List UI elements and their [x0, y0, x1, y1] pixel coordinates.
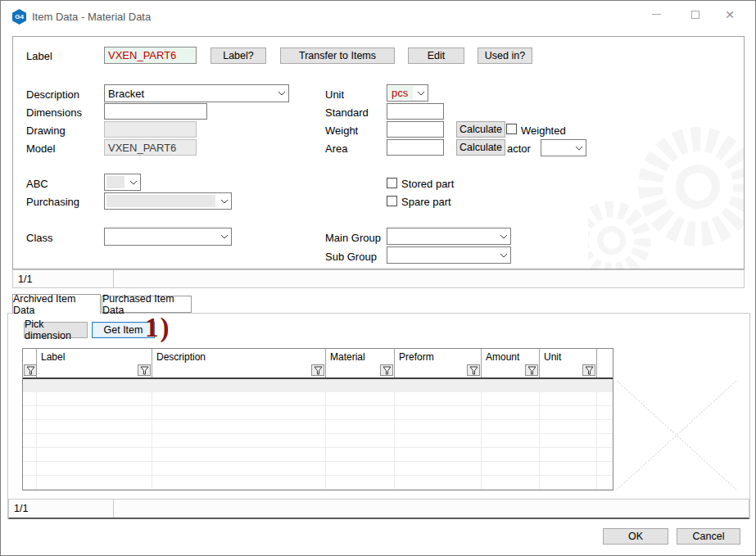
maximize-button[interactable]	[681, 3, 709, 25]
empty-region-cross	[617, 381, 736, 490]
item-data-dialog: G4 Item Data - Material Data ✕ Label VXE…	[0, 0, 756, 556]
transfer-to-items-button[interactable]: Transfer to Items	[280, 47, 395, 64]
standard-label: Standard	[325, 106, 369, 119]
calculate-weight-button[interactable]: Calculate	[456, 121, 505, 138]
dimensions-input[interactable]	[104, 103, 207, 120]
abc-label: ABC	[26, 178, 48, 190]
table-record-status-bar: 1/1	[8, 499, 749, 519]
chevron-down-icon	[496, 247, 510, 263]
chevron-down-icon	[217, 228, 231, 245]
column-title: Preform	[399, 351, 434, 363]
chevron-down-icon	[126, 174, 140, 190]
cancel-button[interactable]: Cancel	[677, 528, 740, 545]
minimize-button[interactable]	[642, 3, 670, 25]
header-material[interactable]: Material	[326, 349, 395, 377]
tab-archived-item-data[interactable]: Archived Item Data	[12, 294, 101, 314]
purchasing-combobox[interactable]	[104, 192, 232, 210]
model-label: Model	[26, 142, 55, 155]
divider	[113, 270, 114, 287]
record-status-bar: 1/1	[12, 269, 745, 288]
table-empty-row	[23, 462, 613, 476]
header-preform[interactable]: Preform	[395, 349, 482, 377]
table-empty-row	[23, 448, 613, 462]
table-empty-row	[23, 406, 613, 420]
unit-combobox[interactable]: pcs	[387, 84, 428, 102]
annotation-1: 1)	[145, 314, 171, 341]
unit-label: Unit	[325, 88, 344, 101]
column-title: Unit	[544, 351, 561, 363]
gear-watermark	[588, 86, 745, 269]
used-in-button[interactable]: Used in?	[478, 47, 532, 64]
drawing-input	[104, 121, 197, 138]
main-group-combobox[interactable]	[387, 228, 511, 245]
header-amount[interactable]: Amount	[482, 349, 540, 377]
description-value: Bracket	[105, 85, 274, 102]
header-unit[interactable]: Unit	[540, 349, 597, 377]
filter-button[interactable]	[311, 364, 324, 376]
ok-button[interactable]: OK	[603, 528, 668, 545]
edit-button[interactable]: Edit	[408, 47, 464, 64]
tab-purchased-item-data[interactable]: Purchased Item Data	[102, 296, 192, 313]
weighted-checkbox-label: Weighted	[521, 124, 566, 137]
table-header: Label Description Material Preform Amoun…	[23, 349, 613, 379]
filter-button[interactable]	[138, 364, 151, 376]
filter-button[interactable]	[525, 364, 538, 376]
filter-button[interactable]	[24, 364, 37, 376]
filter-funnel-icon	[383, 366, 392, 375]
pick-dimension-button[interactable]: Pick dimension	[24, 322, 88, 338]
factor-combobox[interactable]	[541, 139, 586, 156]
model-input: VXEN_PART6	[104, 139, 197, 156]
weight-input[interactable]	[387, 121, 444, 138]
header-description[interactable]: Description	[152, 349, 326, 377]
area-input[interactable]	[387, 139, 444, 156]
sub-group-value	[387, 247, 496, 263]
purchasing-label: Purchasing	[26, 196, 79, 208]
chevron-down-icon	[414, 85, 428, 101]
spare-part-checkbox[interactable]	[387, 196, 397, 206]
stored-part-label: Stored part	[401, 178, 454, 190]
chevron-down-icon	[217, 193, 231, 209]
sub-group-combobox[interactable]	[387, 246, 511, 264]
chevron-down-icon	[496, 228, 510, 244]
table-record-count: 1/1	[14, 503, 28, 514]
chevron-down-icon	[274, 85, 288, 102]
material-data-form: Label VXEN_PART6 Label? Transfer to Item…	[12, 36, 745, 269]
separator	[24, 343, 742, 344]
dimensions-label: Dimensions	[26, 106, 82, 119]
window-title: Item Data - Material Data	[32, 11, 151, 23]
filter-button[interactable]	[582, 364, 595, 376]
factor-value	[541, 140, 572, 156]
unit-value: pcs	[388, 86, 413, 100]
label-question-button[interactable]: Label?	[211, 47, 266, 64]
filter-button[interactable]	[467, 364, 480, 376]
factor-label: actor	[507, 142, 531, 155]
class-value	[105, 228, 217, 245]
archived-items-table: Label Description Material Preform Amoun…	[22, 348, 613, 490]
class-combobox[interactable]	[104, 228, 232, 246]
filter-funnel-icon	[527, 366, 536, 375]
chevron-down-icon	[572, 140, 586, 156]
class-label: Class	[26, 232, 53, 244]
standard-input[interactable]	[387, 103, 444, 120]
column-title: Description	[156, 351, 206, 363]
label-input[interactable]: VXEN_PART6	[104, 47, 197, 64]
sub-group-label: Sub Group	[325, 251, 377, 263]
description-combobox[interactable]: Bracket	[104, 84, 289, 102]
separator	[26, 216, 584, 217]
weight-label: Weight	[325, 124, 358, 137]
filter-funnel-icon	[314, 366, 323, 375]
table-empty-row	[23, 476, 613, 490]
weighted-checkbox[interactable]	[506, 124, 517, 134]
abc-combobox[interactable]	[104, 174, 141, 191]
column-title: Label	[41, 351, 65, 363]
purchasing-value	[106, 195, 215, 207]
header-label[interactable]: Label	[37, 349, 152, 377]
calculate-area-button[interactable]: Calculate	[456, 139, 505, 156]
table-empty-row	[23, 434, 613, 448]
stored-part-checkbox[interactable]	[387, 178, 397, 188]
maximize-icon	[691, 11, 699, 19]
filter-funnel-icon	[26, 366, 35, 375]
filter-button[interactable]	[380, 364, 393, 376]
close-icon: ✕	[725, 8, 735, 21]
close-button[interactable]: ✕	[716, 3, 744, 25]
